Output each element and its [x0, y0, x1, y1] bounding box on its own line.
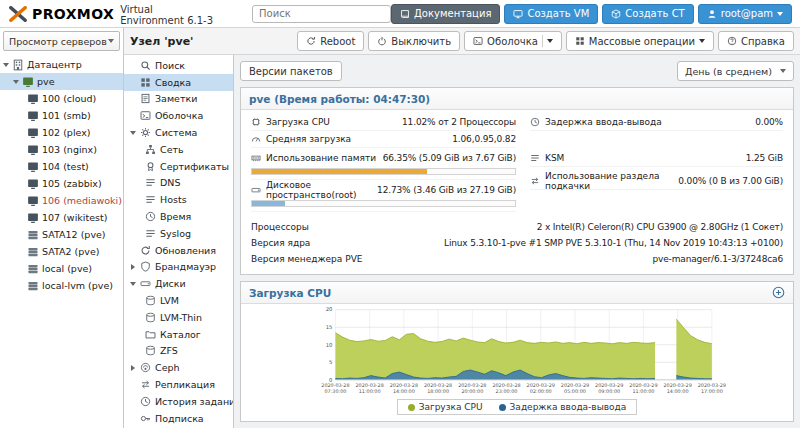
tree-item-vm-103[interactable]: 103 (nginx) — [0, 141, 123, 158]
create-vm-button[interactable]: Создать VM — [504, 4, 598, 24]
cpu-usage-chart: 2020-03-2807:30:002020-03-2811:00:002020… — [245, 306, 789, 399]
io-series-dot — [499, 404, 506, 411]
tree-item-storage-local-lvm[interactable]: local-lvm (pve) — [0, 277, 123, 294]
user-menu-button[interactable]: root@pam — [698, 4, 792, 24]
tree-item-node-pve[interactable]: pve — [0, 73, 123, 90]
package-versions-button[interactable]: Версии пакетов — [240, 61, 342, 81]
vm-icon — [27, 127, 39, 139]
help-button[interactable]: Справка — [718, 31, 794, 51]
svg-text:2020-03-28: 2020-03-28 — [458, 382, 486, 388]
certificate-icon — [145, 161, 156, 172]
tree-item-storage-sata12[interactable]: SATA12 (pve) — [0, 226, 123, 243]
chevron-down-icon[interactable] — [3, 63, 9, 67]
tree-item-storage-local[interactable]: local (pve) — [0, 260, 123, 277]
shield-icon — [140, 261, 151, 272]
chevron-down-icon[interactable] — [547, 39, 553, 43]
nav-item-time[interactable]: Время — [124, 208, 233, 225]
nav-item-summary[interactable]: Сводка — [124, 74, 233, 91]
nav-item-firewall[interactable]: Брандмауэр — [124, 259, 233, 276]
vm-icon — [27, 110, 39, 122]
nav-item-hosts[interactable]: Hosts — [124, 191, 233, 208]
disk-icon — [145, 312, 156, 323]
tree-item-vm-100[interactable]: 100 (cloud) — [0, 90, 123, 107]
chart-legend: Загрузка CPU Задержка ввода-вывода — [397, 399, 638, 419]
power-icon — [377, 36, 387, 46]
tree-item-vm-102[interactable]: 102 (plex) — [0, 124, 123, 141]
tree-item-vm-101[interactable]: 101 (smb) — [0, 107, 123, 124]
chevron-down-icon[interactable] — [130, 282, 136, 286]
nav-item-search[interactable]: Поиск — [124, 57, 233, 74]
ram-icon — [251, 153, 261, 163]
chevron-down-icon[interactable] — [13, 80, 19, 84]
content-toolbar: Версии пакетов День (в среднем) — [240, 61, 794, 81]
chevron-right-icon[interactable] — [131, 365, 135, 371]
svg-text:2020-03-29: 2020-03-29 — [595, 382, 623, 388]
nav-item-ceph[interactable]: Ceph — [124, 359, 233, 376]
nav-item-syslog[interactable]: Syslog — [124, 225, 233, 242]
create-ct-button[interactable]: Создать CT — [602, 4, 693, 24]
proxmox-app: PROXMOX Virtual Environment 6.1-3 Докуме… — [0, 0, 800, 428]
node-title: Узел 'pve' — [130, 35, 193, 48]
tree-item-vm-107[interactable]: 107 (wikitest) — [0, 209, 123, 226]
svg-text:18:00:00: 18:00:00 — [427, 388, 449, 394]
bulk-actions-button[interactable]: Массовые операции — [566, 31, 714, 51]
global-search-input[interactable] — [252, 5, 391, 23]
nav-item-notes[interactable]: Заметки — [124, 91, 233, 108]
storage-icon — [27, 280, 39, 292]
io-delay-row: Задержка ввода-вывода 0.00% — [530, 114, 783, 131]
nav-item-network[interactable]: Сеть — [124, 141, 233, 158]
nav-item-lvm-thin[interactable]: LVM-Thin — [124, 309, 233, 326]
folder-icon — [145, 329, 156, 340]
chevron-down-icon[interactable] — [130, 131, 136, 135]
svg-text:2020-03-29: 2020-03-29 — [561, 382, 589, 388]
nav-item-system[interactable]: Система — [124, 124, 233, 141]
nav-item-disks[interactable]: Диски — [124, 275, 233, 292]
storage-icon — [27, 263, 39, 275]
chart-options-icon[interactable] — [772, 286, 785, 299]
tree-item-vm-105[interactable]: 105 (zabbix) — [0, 175, 123, 192]
nav-item-directory[interactable]: Каталог — [124, 326, 233, 343]
nav-item-task-history[interactable]: История заданий — [124, 393, 233, 410]
nav-item-zfs[interactable]: ZFS — [124, 343, 233, 360]
cpu-usage-row: Загрузка CPU 11.02% от 2 Процессоры — [251, 114, 516, 131]
proxmox-logo-icon — [8, 6, 28, 22]
svg-text:2020-03-28: 2020-03-28 — [356, 382, 384, 388]
nav-item-replication[interactable]: Репликация — [124, 376, 233, 393]
refresh-icon — [140, 245, 151, 256]
nav-item-shell[interactable]: Оболочка — [124, 107, 233, 124]
disk-icon — [145, 345, 156, 356]
tree-item-datacenter[interactable]: Датацентр — [0, 56, 123, 73]
kernel-version-row: Версия ядра Linux 5.3.10-1-pve #1 SMP PV… — [251, 235, 783, 251]
bulk-grid-icon — [575, 36, 585, 46]
cpu-chart-title: Загрузка CPU — [241, 282, 793, 304]
tree-item-vm-106[interactable]: 106 (mediawoki) — [0, 192, 123, 209]
nav-item-subscription[interactable]: Подписка — [124, 410, 233, 427]
clock-icon — [145, 211, 156, 222]
documentation-button[interactable]: Документация — [391, 4, 500, 24]
svg-text:2020-03-28: 2020-03-28 — [390, 382, 418, 388]
resource-tree-panel: Просмотр серверов Датацентр pve 100 (clo… — [0, 28, 124, 428]
nav-item-lvm[interactable]: LVM — [124, 292, 233, 309]
memory-usage-bar — [251, 168, 516, 175]
nav-item-dns[interactable]: DNS — [124, 175, 233, 192]
hdd-icon — [140, 278, 151, 289]
reboot-button[interactable]: Reboot — [297, 31, 364, 51]
tree-item-vm-104[interactable]: 104 (test) — [0, 158, 123, 175]
svg-text:15: 15 — [326, 324, 333, 330]
clock-icon — [530, 117, 540, 127]
svg-text:2020-03-28: 2020-03-28 — [492, 382, 520, 388]
chevron-right-icon[interactable] — [131, 264, 135, 270]
shell-button[interactable]: Оболочка — [464, 31, 562, 51]
period-select[interactable]: День (в среднем) — [677, 61, 794, 81]
nav-item-updates[interactable]: Обновления — [124, 242, 233, 259]
nav-item-certificates[interactable]: Сертификаты — [124, 158, 233, 175]
svg-text:14:00:00: 14:00:00 — [393, 388, 415, 394]
shutdown-button[interactable]: Выключить — [368, 31, 460, 51]
chevron-down-icon — [777, 12, 783, 16]
server-view-select[interactable]: Просмотр серверов — [3, 31, 120, 51]
chevron-down-icon[interactable] — [699, 39, 705, 43]
disk-icon — [145, 295, 156, 306]
svg-text:2020-03-28: 2020-03-28 — [424, 382, 452, 388]
tree-item-storage-sata2[interactable]: SATA2 (pve) — [0, 243, 123, 260]
cpu-series-dot — [408, 404, 415, 411]
